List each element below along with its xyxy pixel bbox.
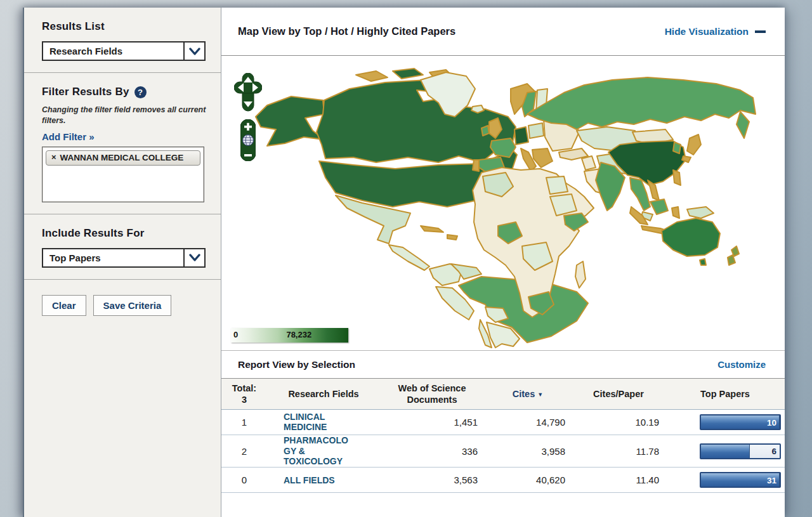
region-ireland (481, 126, 489, 136)
include-results-dropdown[interactable]: Top Papers (42, 248, 206, 268)
legend-max-label: 78,232 (286, 330, 311, 339)
region-hispaniola (447, 235, 457, 240)
rank-cell: 1 (221, 417, 267, 428)
field-link[interactable]: PHARMACOLOGY & TOXICOLOGY (284, 435, 353, 467)
top-papers-bar: 31 (700, 472, 781, 488)
rank-cell: 0 (221, 474, 267, 485)
region-korea (673, 142, 681, 154)
results-list-section: Results List Research Fields (24, 8, 221, 73)
report-header: Report View by Selection Customize (221, 350, 785, 379)
filter-chip-label: WANNAN MEDICAL COLLEGE (60, 153, 184, 163)
results-list-dropdown-value: Research Fields (43, 43, 129, 60)
region-canada (317, 80, 516, 162)
documents-cell: 3,563 (380, 474, 484, 485)
top-papers-value: 10 (767, 417, 776, 427)
region-sulawesi (672, 207, 679, 218)
top-papers-value: 6 (771, 447, 776, 456)
map-title: Map View by Top / Hot / Highly Cited Pap… (238, 25, 455, 37)
main-content: Map View by Top / Hot / Highly Cited Pap… (221, 8, 785, 517)
region-arctic-island-mid (393, 69, 423, 79)
clear-button[interactable]: Clear (42, 295, 86, 316)
table-header-row: Total: 3 Research Fields Web of Science … (221, 379, 785, 410)
sort-desc-icon: ▼ (537, 391, 543, 398)
hide-visualization-link[interactable]: Hide Visualization (665, 26, 766, 37)
chevron-down-icon[interactable] (183, 249, 204, 266)
include-results-title: Include Results For (42, 227, 208, 240)
cites-cell: 40,620 (484, 474, 572, 485)
customize-link[interactable]: Customize (717, 359, 766, 370)
region-kamchatka (737, 112, 749, 138)
region-australia (662, 218, 720, 256)
app-window: Results List Research Fields Filter Resu… (23, 8, 785, 517)
map-legend: 0 78,232 (231, 328, 348, 343)
column-cites-sorted[interactable]: Cites ▼ (484, 385, 572, 403)
region-alaska (256, 96, 324, 146)
top-papers-bar: 6 (700, 443, 781, 459)
region-new-guinea (687, 207, 714, 218)
filter-section: Filter Results By ? Changing the filter … (24, 73, 221, 214)
rank-cell: 2 (221, 446, 267, 457)
region-tasmania (700, 259, 706, 265)
include-results-section: Include Results For Top Papers (24, 214, 221, 280)
filter-title: Filter Results By (42, 86, 129, 98)
field-link[interactable]: ALL FIELDS (284, 475, 353, 486)
active-filters-list: × WANNAN MEDICAL COLLEGE (42, 147, 204, 202)
region-egypt (546, 176, 568, 194)
region-madagascar (575, 261, 586, 288)
cites-per-paper-cell: 11.78 (572, 446, 665, 457)
filter-note: Changing the filter field removes all cu… (42, 105, 207, 126)
map-canvas: 0 78,232 (221, 56, 785, 350)
results-list-title: Results List (42, 20, 208, 33)
region-japan (687, 134, 701, 155)
cites-per-paper-cell: 10.19 (572, 417, 665, 428)
report-title: Report View by Selection (238, 359, 355, 370)
cites-per-paper-cell: 11.40 (572, 474, 665, 485)
top-papers-bar: 10 (700, 414, 781, 430)
remove-filter-icon[interactable]: × (51, 153, 56, 163)
hide-visualization-label: Hide Visualization (665, 26, 749, 37)
map-header: Map View by Top / Hot / Highly Cited Pap… (221, 8, 785, 56)
cites-cell: 3,958 (484, 446, 572, 457)
globe-icon (243, 135, 254, 146)
region-iceland (471, 105, 484, 113)
region-russia (527, 77, 756, 129)
add-filter-link[interactable]: Add Filter » (42, 131, 95, 142)
world-map (229, 56, 762, 350)
column-cites-per-paper[interactable]: Cites/Paper (572, 385, 665, 403)
filter-chip[interactable]: × WANNAN MEDICAL COLLEGE (46, 150, 200, 166)
legend-min-label: 0 (233, 330, 238, 339)
region-cuba (421, 226, 443, 232)
top-papers-bar-fill (701, 445, 750, 458)
results-list-dropdown[interactable]: Research Fields (42, 41, 206, 61)
region-levant (582, 156, 596, 170)
column-top-papers[interactable]: Top Papers (665, 385, 785, 403)
actions-section: Clear Save Criteria (24, 280, 221, 327)
region-borneo (650, 199, 668, 214)
collapse-dash-icon (755, 30, 766, 33)
region-germany (514, 127, 528, 145)
table-row: 2 PHARMACOLOGY & TOXICOLOGY 336 3,958 11… (221, 435, 785, 468)
top-papers-value: 31 (767, 475, 776, 485)
region-poland (528, 123, 544, 138)
table-row: 0 ALL FIELDS 3,563 40,620 11.40 31 (221, 468, 785, 493)
chevron-down-icon[interactable] (183, 43, 204, 60)
help-icon[interactable]: ? (134, 86, 147, 98)
region-central-america (389, 245, 429, 270)
column-documents[interactable]: Web of Science Documents (380, 379, 484, 409)
column-total: Total: 3 (221, 379, 267, 409)
documents-cell: 1,451 (380, 417, 484, 428)
table-row: 1 CLINICAL MEDICINE 1,451 14,790 10.19 1… (221, 410, 785, 435)
region-arctic-island-west (356, 71, 388, 81)
field-link[interactable]: CLINICAL MEDICINE (284, 412, 353, 433)
cites-cell: 14,790 (484, 417, 572, 428)
documents-cell: 336 (380, 446, 484, 457)
sidebar: Results List Research Fields Filter Resu… (24, 8, 221, 517)
map-pan-control[interactable] (234, 73, 262, 114)
region-philippines (673, 170, 681, 185)
column-research-fields[interactable]: Research Fields (267, 385, 380, 403)
include-results-dropdown-value: Top Papers (43, 249, 107, 266)
map-zoom-control[interactable] (240, 119, 256, 161)
zoom-out-icon (244, 154, 252, 157)
save-criteria-button[interactable]: Save Criteria (93, 295, 172, 316)
region-portugal (473, 160, 479, 171)
